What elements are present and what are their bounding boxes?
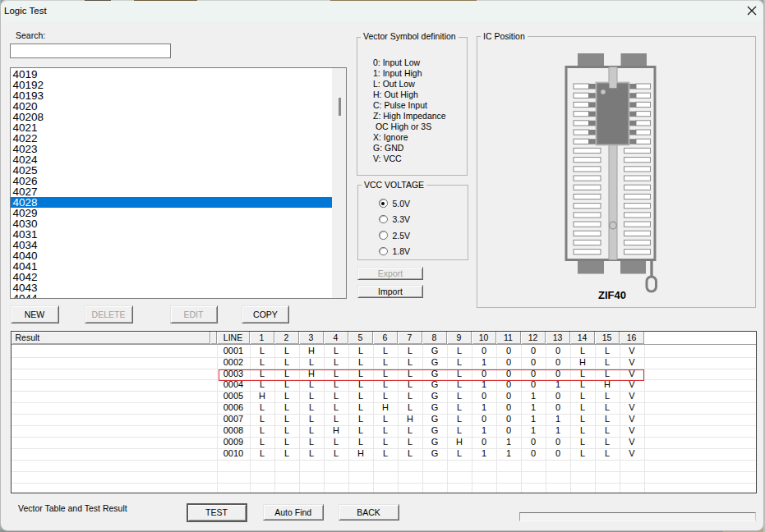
svg-text:ZIF40: ZIF40 [598, 289, 626, 301]
